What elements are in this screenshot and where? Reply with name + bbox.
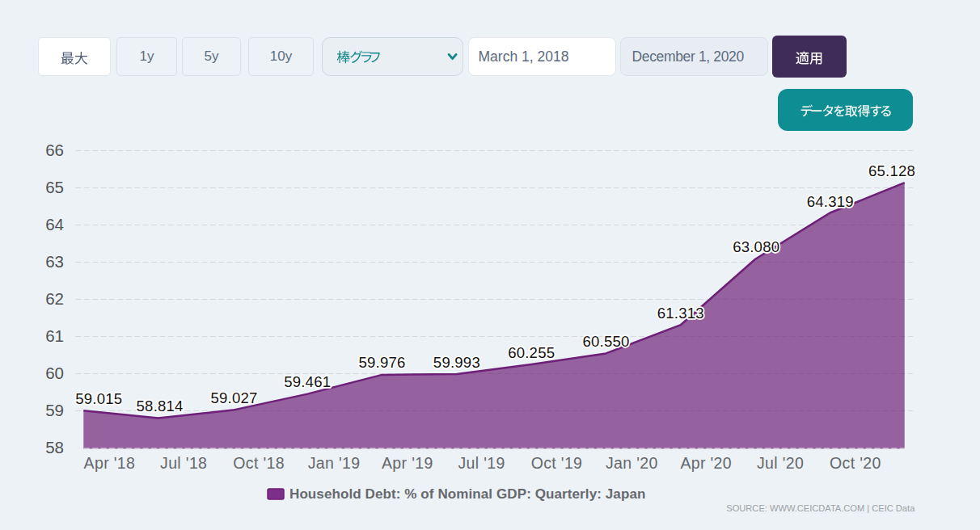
svg-text:Jul '19: Jul '19 xyxy=(458,454,505,472)
svg-text:58: 58 xyxy=(45,438,64,456)
svg-text:66: 66 xyxy=(45,141,64,159)
svg-text:Household Debt: % of Nominal G: Household Debt: % of Nominal GDP: Quarte… xyxy=(289,486,645,502)
svg-text:60.550: 60.550 xyxy=(582,333,629,350)
svg-text:SOURCE: WWW.CEICDATA.COM | CEI: SOURCE: WWW.CEICDATA.COM | CEIC Data xyxy=(726,503,915,513)
svg-text:63: 63 xyxy=(45,252,64,271)
svg-text:59: 59 xyxy=(45,401,64,419)
svg-text:Apr '19: Apr '19 xyxy=(382,454,433,472)
svg-text:64.319: 64.319 xyxy=(807,193,854,210)
svg-text:59.015: 59.015 xyxy=(75,390,122,407)
svg-text:Jul '20: Jul '20 xyxy=(757,454,804,472)
svg-text:61.313: 61.313 xyxy=(657,305,704,322)
svg-text:61: 61 xyxy=(45,326,64,345)
svg-text:64: 64 xyxy=(45,215,64,233)
svg-text:Jan '19: Jan '19 xyxy=(308,454,361,472)
svg-text:59.461: 59.461 xyxy=(284,373,331,390)
svg-text:59.027: 59.027 xyxy=(210,389,257,406)
svg-text:59.976: 59.976 xyxy=(358,354,405,371)
svg-text:60: 60 xyxy=(45,364,64,382)
svg-text:Oct '20: Oct '20 xyxy=(830,454,881,472)
svg-text:58.814: 58.814 xyxy=(137,398,184,414)
svg-text:65: 65 xyxy=(45,178,64,196)
svg-text:Oct '18: Oct '18 xyxy=(233,454,285,472)
svg-text:Jul '18: Jul '18 xyxy=(160,454,207,472)
svg-text:62: 62 xyxy=(45,289,64,308)
svg-text:63.080: 63.080 xyxy=(733,238,779,255)
svg-text:59.993: 59.993 xyxy=(433,354,480,371)
svg-text:60.255: 60.255 xyxy=(508,344,555,361)
svg-text:Apr '18: Apr '18 xyxy=(84,454,136,472)
svg-text:Jan '20: Jan '20 xyxy=(606,454,658,472)
svg-text:Apr '20: Apr '20 xyxy=(680,454,732,472)
svg-text:65.128: 65.128 xyxy=(868,162,915,179)
svg-text:Oct '19: Oct '19 xyxy=(531,454,583,472)
